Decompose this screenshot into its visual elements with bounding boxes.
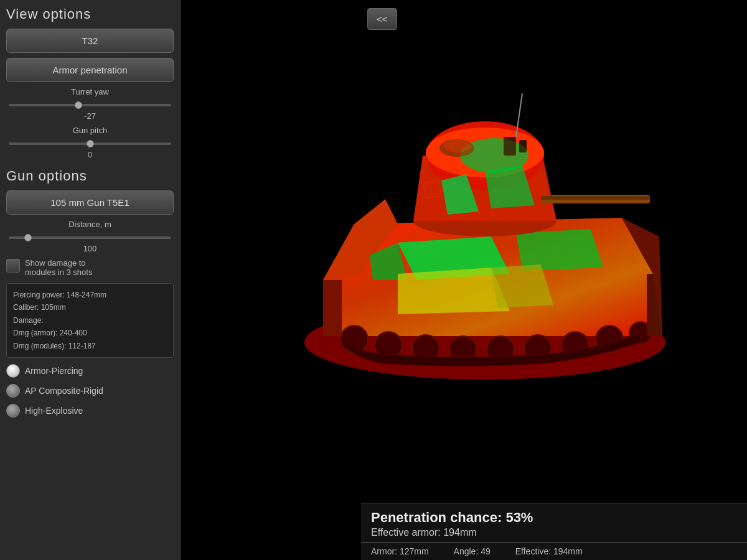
gun-options-title: Gun options <box>6 168 174 184</box>
left-panel: View options T32 Armor penetration Turre… <box>0 0 181 560</box>
angle-value: Angle: 49 <box>454 546 491 556</box>
show-damage-row[interactable]: Show damage tomodules in 3 shots <box>6 258 174 277</box>
effective-armor: Effective armor: 194mm <box>371 527 747 538</box>
distance-label: Distance, m <box>6 220 174 229</box>
gun-select-button[interactable]: 105 mm Gun T5E1 <box>6 190 174 215</box>
ammo-ap-row[interactable]: Armor-Piercing <box>6 364 174 378</box>
penetration-chance: Penetration chance: 53% <box>371 510 747 526</box>
ammo-he-label: High-Explosive <box>25 406 83 416</box>
ammo-ap-radio[interactable] <box>6 364 20 378</box>
bottom-info-bar: Penetration chance: 53% Effective armor:… <box>361 503 747 560</box>
turret-yaw-label: Turret yaw <box>6 87 174 96</box>
tank-canvas <box>181 0 747 510</box>
ammo-apcr-row[interactable]: AP Composite-Rigid <box>6 384 174 398</box>
distance-slider[interactable] <box>9 236 171 239</box>
svg-point-21 <box>460 138 529 173</box>
main-viewport: << Discuss ? <box>181 0 747 560</box>
armor-stats-row: Armor: 127mm Angle: 49 Effective: 194mm <box>361 542 747 560</box>
damage-label: Damage: <box>13 314 167 327</box>
svg-rect-6 <box>541 196 650 200</box>
gun-pitch-label: Gun pitch <box>6 126 174 135</box>
gun-pitch-value: 0 <box>6 150 174 159</box>
caliber: Caliber: 105mm <box>13 301 167 314</box>
tank-select-button[interactable]: T32 <box>6 29 174 53</box>
view-options-title: View options <box>6 6 174 22</box>
ammo-apcr-radio[interactable] <box>6 384 20 398</box>
turret-yaw-slider[interactable] <box>9 104 171 106</box>
ammo-he-radio[interactable] <box>6 404 20 418</box>
dmg-modules: Dmg (modules): 112-187 <box>13 340 167 352</box>
turret-yaw-slider-container <box>6 98 174 109</box>
gun-pitch-slider-container <box>6 136 174 147</box>
armor-value: Armor: 127mm <box>371 546 429 556</box>
ammo-apcr-label: AP Composite-Rigid <box>25 386 103 396</box>
show-damage-label: Show damage tomodules in 3 shots <box>25 258 92 277</box>
ammo-ap-label: Armor-Piercing <box>25 366 83 376</box>
distance-slider-container <box>6 230 174 241</box>
ammo-he-row[interactable]: High-Explosive <box>6 404 174 418</box>
ammo-info-box: Piercing power: 148-247mm Caliber: 105mm… <box>6 283 174 358</box>
tank-svg <box>273 75 697 436</box>
armor-penetration-button[interactable]: Armor penetration <box>6 58 174 82</box>
tank-viewport[interactable] <box>181 0 747 510</box>
dmg-armor: Dmg (armor): 240-400 <box>13 327 167 339</box>
effective-value: Effective: 194mm <box>515 546 583 556</box>
gun-pitch-slider[interactable] <box>9 142 171 145</box>
penetration-info: Penetration chance: 53% Effective armor:… <box>361 503 747 542</box>
show-damage-checkbox[interactable] <box>6 259 20 273</box>
distance-value: 100 <box>6 244 174 253</box>
piercing-power: Piercing power: 148-247mm <box>13 289 167 301</box>
turret-yaw-value: -27 <box>6 111 174 121</box>
gun-options-section: Gun options 105 mm Gun T5E1 Distance, m … <box>6 168 174 418</box>
